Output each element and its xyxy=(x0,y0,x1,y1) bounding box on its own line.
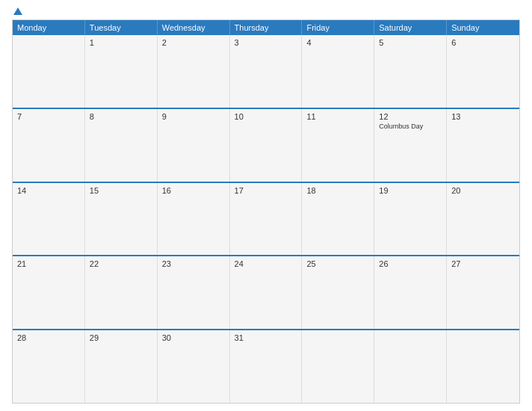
day-number: 19 xyxy=(379,186,442,195)
day-header-tuesday: Tuesday xyxy=(85,20,158,35)
day-cell: 23 xyxy=(158,256,230,329)
day-header-thursday: Thursday xyxy=(230,20,303,35)
day-number: 8 xyxy=(90,112,152,121)
logo-triangle-icon xyxy=(13,7,22,15)
logo xyxy=(12,7,22,15)
day-number: 10 xyxy=(235,112,297,121)
day-header-wednesday: Wednesday xyxy=(158,20,230,35)
day-cell: 16 xyxy=(158,183,230,256)
day-number: 28 xyxy=(17,333,80,342)
calendar-grid: MondayTuesdayWednesdayThursdayFridaySatu… xyxy=(12,19,520,404)
day-number: 20 xyxy=(451,186,515,195)
day-cell: 20 xyxy=(447,183,519,256)
day-number: 29 xyxy=(90,333,152,342)
day-cell: 11 xyxy=(302,109,374,182)
day-cell: 3 xyxy=(230,35,303,108)
day-cell: 28 xyxy=(13,330,85,403)
day-number: 17 xyxy=(235,186,297,195)
day-cell: 2 xyxy=(158,35,230,108)
weeks-container: 123456789101112Columbus Day1314151617181… xyxy=(13,35,519,403)
day-header-monday: Monday xyxy=(13,20,85,35)
day-cell: 19 xyxy=(374,183,447,256)
day-cell: 18 xyxy=(302,183,374,256)
day-cell: 21 xyxy=(13,256,85,329)
week-row-4: 21222324252627 xyxy=(13,255,519,329)
day-cell: 12Columbus Day xyxy=(374,109,447,182)
day-cell: 26 xyxy=(374,256,447,329)
day-number: 23 xyxy=(162,259,225,268)
day-cell: 8 xyxy=(85,109,158,182)
day-number: 11 xyxy=(306,112,369,121)
day-number: 18 xyxy=(306,186,369,195)
week-row-1: 123456 xyxy=(13,35,519,108)
day-number: 9 xyxy=(162,112,225,121)
day-cell: 5 xyxy=(374,35,447,108)
day-number: 12 xyxy=(379,112,442,121)
day-number: 26 xyxy=(379,259,442,268)
week-row-3: 14151617181920 xyxy=(13,182,519,256)
day-cell: 4 xyxy=(302,35,374,108)
day-number: 13 xyxy=(451,112,515,121)
day-cell: 14 xyxy=(13,183,85,256)
day-number: 24 xyxy=(235,259,297,268)
day-number: 7 xyxy=(17,112,80,121)
day-cell: 13 xyxy=(447,109,519,182)
day-cell xyxy=(374,330,447,403)
day-cell: 27 xyxy=(447,256,519,329)
day-cell: 10 xyxy=(230,109,303,182)
day-cell: 1 xyxy=(85,35,158,108)
day-cell: 17 xyxy=(230,183,303,256)
day-number: 16 xyxy=(162,186,225,195)
day-cell xyxy=(447,330,519,403)
day-cell: 6 xyxy=(447,35,519,108)
day-number: 6 xyxy=(451,38,515,47)
day-cell xyxy=(13,35,85,108)
day-cell: 9 xyxy=(158,109,230,182)
day-number: 5 xyxy=(379,38,442,47)
day-number: 2 xyxy=(162,38,225,47)
day-number: 22 xyxy=(90,259,152,268)
day-number: 3 xyxy=(235,38,297,47)
day-number: 30 xyxy=(162,333,225,342)
day-number: 15 xyxy=(90,186,152,195)
day-number: 31 xyxy=(235,333,297,342)
day-number: 25 xyxy=(306,259,369,268)
day-cell: 15 xyxy=(85,183,158,256)
day-header-sunday: Sunday xyxy=(447,20,519,35)
day-cell: 29 xyxy=(85,330,158,403)
day-number: 21 xyxy=(17,259,80,268)
day-cell: 31 xyxy=(230,330,303,403)
day-cell: 24 xyxy=(230,256,303,329)
day-event: Columbus Day xyxy=(379,123,442,130)
day-cell: 25 xyxy=(302,256,374,329)
day-cell: 7 xyxy=(13,109,85,182)
day-cell: 30 xyxy=(158,330,230,403)
day-number: 1 xyxy=(90,38,152,47)
day-headers-row: MondayTuesdayWednesdayThursdayFridaySatu… xyxy=(13,20,519,35)
header xyxy=(12,7,520,15)
day-number: 27 xyxy=(451,259,515,268)
day-cell xyxy=(302,330,374,403)
week-row-2: 789101112Columbus Day13 xyxy=(13,108,519,182)
day-header-saturday: Saturday xyxy=(374,20,447,35)
day-cell: 22 xyxy=(85,256,158,329)
day-number: 4 xyxy=(306,38,369,47)
day-header-friday: Friday xyxy=(302,20,374,35)
week-row-5: 28293031 xyxy=(13,329,519,403)
calendar-page: MondayTuesdayWednesdayThursdayFridaySatu… xyxy=(0,0,532,411)
day-number: 14 xyxy=(17,186,80,195)
